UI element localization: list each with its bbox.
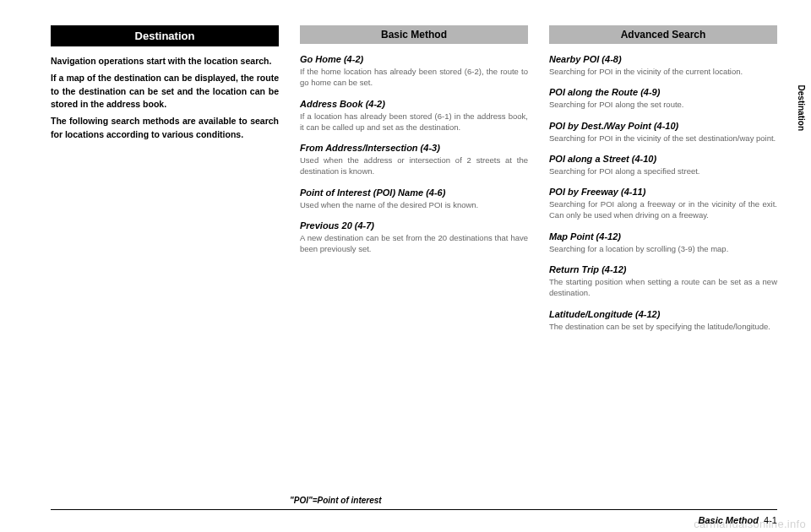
item-desc: The destination can be set by specifying… xyxy=(549,321,777,332)
item-title: Go Home (4-2) xyxy=(300,54,528,64)
item-title: From Address/Intersection (4-3) xyxy=(300,143,528,153)
item-title: Latitude/Longitude (4-12) xyxy=(549,309,777,319)
intro-text: Navigation operations start with the loc… xyxy=(51,55,279,142)
section-header-advanced-search: Advanced Search xyxy=(549,25,777,44)
item-desc: Searching for a location by scrolling (3… xyxy=(549,243,777,254)
item-title: POI by Freeway (4-11) xyxy=(549,187,777,197)
item-desc: Searching for POI along a freeway or in … xyxy=(549,198,777,221)
item-desc: If the home location has already been st… xyxy=(300,66,528,89)
item-title: Return Trip (4-12) xyxy=(549,264,777,274)
side-tab-destination: Destination xyxy=(797,85,806,131)
item-desc: If a location has already been stored (6… xyxy=(300,111,528,133)
item-desc: Searching for POI in the vicinity of the… xyxy=(549,133,777,144)
item-desc: Searching for POI in the vicinity of the… xyxy=(549,66,777,77)
item-title: Map Point (4-12) xyxy=(549,231,777,242)
item-title: POI along the Route (4-9) xyxy=(549,87,777,97)
intro-p1: Navigation operations start with the loc… xyxy=(51,55,279,68)
item-title: Previous 20 (4-7) xyxy=(300,220,528,231)
intro-p3: The following search methods are availab… xyxy=(51,115,279,142)
section-header-destination: Destination xyxy=(51,25,279,46)
item-desc: The starting position when setting a rou… xyxy=(549,276,777,299)
poi-footnote: "POI"=Point of interest xyxy=(290,496,382,505)
item-desc: A new destination can be set from the 20… xyxy=(300,232,528,255)
watermark: carmanualsonline.info xyxy=(694,518,806,530)
item-title: Address Book (4-2) xyxy=(300,99,528,109)
item-title: POI along a Street (4-10) xyxy=(549,154,777,164)
item-desc: Used when the address or intersection of… xyxy=(300,155,528,177)
item-title: POI by Dest./Way Point (4-10) xyxy=(549,121,777,131)
section-header-basic-method: Basic Method xyxy=(300,25,528,44)
intro-p2: If a map of the destination can be displ… xyxy=(51,72,279,111)
footer-rule xyxy=(51,509,777,510)
item-desc: Searching for POI along a specified stre… xyxy=(549,166,777,176)
item-title: Point of Interest (POI) Name (4-6) xyxy=(300,187,528,198)
item-desc: Used when the name of the desired POI is… xyxy=(300,199,528,210)
item-title: Nearby POI (4-8) xyxy=(549,54,777,64)
item-desc: Searching for POI along the set route. xyxy=(549,99,777,110)
